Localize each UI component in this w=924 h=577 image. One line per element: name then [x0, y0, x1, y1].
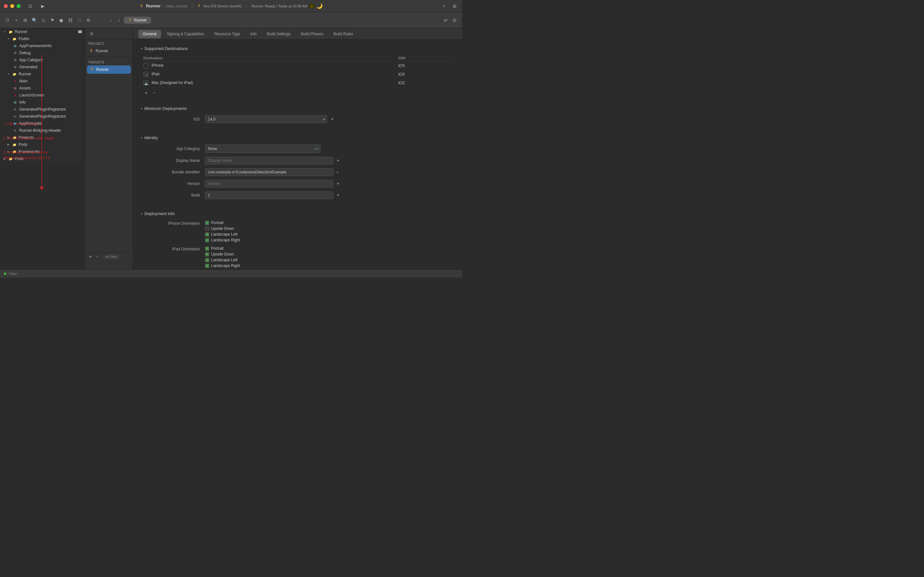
add-icon2[interactable]: + [13, 17, 20, 24]
nav-right-icon[interactable]: › [115, 17, 123, 24]
sidebar-item-pods[interactable]: ▶ 📁 Pods [0, 141, 85, 148]
flag-icon[interactable]: ⚑ [49, 17, 56, 24]
rect-icon[interactable]: □ [76, 17, 83, 24]
sidebar-item-generated[interactable]: ⚙ Generated [0, 63, 85, 71]
add-icon[interactable]: ＋ [440, 3, 447, 10]
sidebar-label: Products [19, 135, 34, 140]
ipad-landscape-left: ✓ Landscape Left [205, 258, 240, 262]
sidebar-item-gpr-h[interactable]: h GeneratedPluginRegistrant [0, 106, 85, 113]
add-target-button[interactable]: + [87, 254, 93, 259]
dest-actions: + − [141, 90, 454, 96]
titlebar: ⊡ ▶ 🏃 Runner › initial_commit | 🏃 Any iO… [0, 0, 462, 12]
remove-destination-button[interactable]: − [152, 90, 157, 96]
tab-build-phases[interactable]: Build Phases [296, 30, 328, 38]
build-add[interactable]: + [335, 192, 341, 198]
tab-general[interactable]: General [138, 30, 161, 38]
app-category-select[interactable]: None ✓ [205, 145, 320, 153]
disclosure-icon: ▾ [6, 72, 10, 76]
display-name-input[interactable] [205, 157, 333, 164]
sidebar-item-pods-root[interactable]: ▶ 📁 Pods [0, 155, 85, 162]
titlebar-info: 🏃 Runner › initial_commit | 🏃 Any iOS De… [139, 3, 323, 9]
play-button[interactable]: ▶ [39, 3, 46, 10]
ios-add-button[interactable]: + [330, 116, 335, 122]
disclosure-icon: ▾ [6, 37, 10, 41]
grid-icon[interactable]: ⊞ [22, 17, 29, 24]
toolbar: 🗋 + ⊞ 🔍 ⚠ ⚑ ◼ ⛓ □ ⚙ ‹ › 🏃 Runner ⇄ ⊟ [0, 12, 462, 28]
chevron-down-icon2: ▾ [141, 107, 142, 110]
nav-left-icon[interactable]: ‹ [107, 17, 114, 24]
folder-icon: 📁 [8, 156, 13, 161]
section-title2: Minimum Deployments [144, 106, 187, 111]
link-icon[interactable]: ⛓ [67, 17, 74, 24]
new-file-icon[interactable]: 🗋 [4, 17, 11, 24]
section-header-identity[interactable]: ▾ Identity [141, 133, 454, 143]
tab-signing[interactable]: Signing & Capabilities [162, 30, 209, 38]
ipad-portrait-checkbox[interactable]: ✓ [205, 247, 209, 251]
inspector-icon[interactable]: ⊟ [451, 17, 458, 24]
section-header-minimum-deployments[interactable]: ▾ Minimum Deployments [141, 103, 454, 113]
add-destination-button[interactable]: + [144, 90, 149, 96]
nav-target-runner[interactable]: 🏃 Runner [87, 65, 131, 74]
close-button[interactable] [4, 4, 8, 8]
landscape-right-checkbox[interactable]: ✓ [205, 238, 209, 242]
sidebar-item-appdelegate[interactable]: 🐦 AppDelegate [0, 120, 85, 127]
version-add[interactable]: + [335, 181, 341, 187]
search-icon[interactable]: 🔍 [31, 17, 38, 24]
section-header-supported-destinations[interactable]: ▾ Supported Destinations [141, 44, 454, 53]
ipad-upside-down-checkbox[interactable]: ✓ [205, 252, 209, 256]
display-name-label: Display Name [141, 158, 205, 163]
warning-icon[interactable]: ⚠ [40, 17, 47, 24]
version-input[interactable] [205, 180, 333, 187]
portrait-checkbox[interactable]: ✓ [205, 221, 209, 225]
sidebar-toggle-icon[interactable]: ⊡ [27, 3, 34, 10]
sidebar-item-assets[interactable]: ⊞ Assets [0, 85, 85, 92]
ipad-orientation-options: ✓ Portrait ✓ Upside Down ✓ Landscape Lef… [205, 246, 240, 268]
section-header-deployment-info[interactable]: ▾ Deployment Info [141, 209, 454, 219]
sidebar-item-flutter[interactable]: ▾ 📁 Flutter [0, 35, 85, 42]
stop-icon[interactable]: ◼ [58, 17, 65, 24]
ipad-landscape-left-checkbox[interactable]: ✓ [205, 258, 209, 262]
sidebar-item-debug[interactable]: ⚙ Debug [0, 49, 85, 56]
sidebar-item-products[interactable]: ▶ 📁 Products [0, 134, 85, 141]
assets-icon: ⊞ [13, 86, 17, 90]
sidebar-item-main[interactable]: ✕ Main [0, 77, 85, 85]
nav-project-runner[interactable]: 🏃 Runner [85, 47, 133, 55]
sidebar-item-runner-group[interactable]: ▾ 📁 Runner [0, 71, 85, 77]
inspector-icon2[interactable]: ⊟ [88, 30, 95, 37]
upside-down-checkbox[interactable] [205, 227, 209, 231]
sidebar-item-release[interactable]: ⚙ App Category [0, 56, 85, 63]
app-category-select-wrapper: None ✓ [205, 145, 320, 153]
display-name-add[interactable]: + [335, 158, 341, 163]
sidebar-item-launchscreen[interactable]: ✕ LaunchScreen [0, 92, 85, 99]
sidebar-item-bridging[interactable]: h Runner-Bridging-Header [0, 127, 85, 134]
ipad-landscape-right-checkbox[interactable]: ✓ [205, 264, 209, 268]
filter-input[interactable]: ⊞ Filter [102, 254, 120, 259]
sidebar-item-appframeworkinfo[interactable]: ⊞ AppFrameworkInfo [0, 42, 85, 49]
sidebar-item-frameworks[interactable]: ▶ 📁 Frameworks [0, 148, 85, 155]
nav-panel-footer: + − ⊞ Filter [85, 252, 133, 261]
tab-resource-tags[interactable]: Resource Tags [210, 30, 244, 38]
sidebar-item-gpr-m[interactable]: m GeneratedPluginRegistrant [0, 113, 85, 120]
tab-info[interactable]: Info [246, 30, 261, 38]
active-file-tab[interactable]: 🏃 Runner [124, 17, 151, 24]
table-row: 💻 Mac (Designed for iPad) iOS [141, 79, 454, 87]
tab-build-settings[interactable]: Build Settings [262, 30, 295, 38]
tab-build-rules[interactable]: Build Rules [329, 30, 358, 38]
ios-version-select[interactable]: 14.0 ✓ [205, 115, 327, 123]
maximize-button[interactable] [17, 4, 21, 8]
split-icon[interactable]: ⊞ [451, 3, 458, 10]
gear-icon[interactable]: ⚙ [85, 17, 92, 24]
landscape-left-checkbox[interactable]: ✓ [205, 232, 209, 237]
sidebar-item-runner-root[interactable]: ▾ 📁 Runner M [0, 28, 85, 35]
sidebar-item-info[interactable]: ⊞ Info [0, 99, 85, 106]
remove-target-button[interactable]: − [94, 254, 99, 259]
build-input[interactable] [205, 191, 333, 199]
plist-icon: ⊞ [13, 100, 17, 105]
sidebar-label: Frameworks [19, 149, 40, 154]
minimize-button[interactable] [10, 4, 14, 8]
project-title: Runner [146, 3, 161, 8]
filter-label: Filter [110, 255, 117, 259]
split-right-icon[interactable]: ⇄ [442, 17, 449, 24]
sidebar-label: Assets [19, 86, 31, 90]
bundle-id-arrow[interactable]: › [335, 169, 339, 175]
